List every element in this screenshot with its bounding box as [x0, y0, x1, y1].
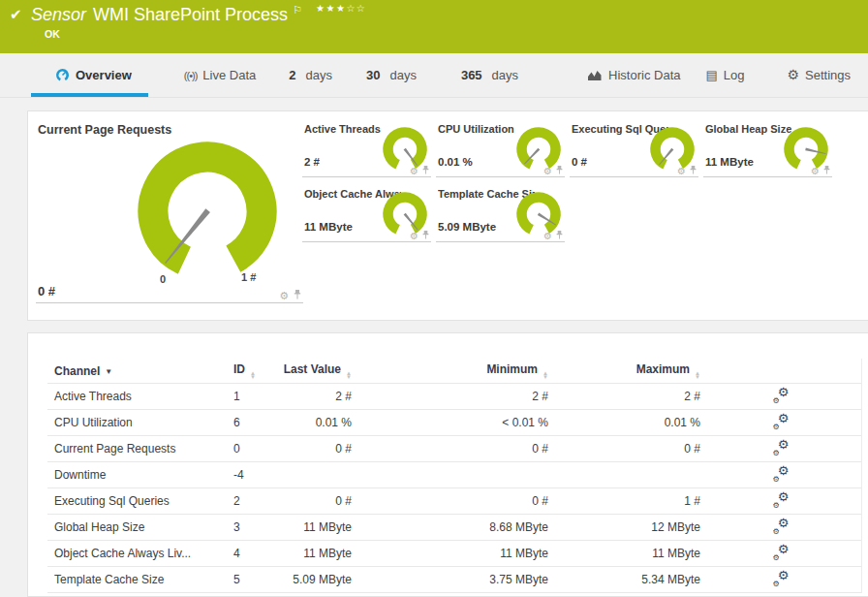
header-maximum[interactable]: Maximum▲▼ [548, 362, 700, 380]
cell-minimum: 0 # [352, 494, 548, 508]
pin-icon[interactable] [555, 231, 564, 240]
channel-settings-gears-icon[interactable]: ⚙⚙ [773, 466, 790, 481]
cell-id: 0 [233, 442, 277, 456]
priority-stars[interactable]: ★★★☆☆ [316, 3, 366, 14]
tab-2-days[interactable]: 2 days [279, 68, 346, 97]
gauge-settings-gear-icon[interactable]: ⚙ [279, 291, 289, 300]
cell-maximum: 0.01 % [548, 416, 700, 429]
mini-gauge-title: CPU Utilization [438, 123, 514, 135]
mini-gauge-value: 5.09 MByte [438, 221, 496, 233]
table-row: Downtime -4 ⚙⚙ [47, 462, 861, 488]
cell-minimum: 0 # [352, 442, 548, 456]
header-channel[interactable]: Channel▼ [47, 364, 233, 378]
pin-icon[interactable] [293, 290, 302, 300]
tab-365-days-label: days [492, 68, 518, 82]
cell-channel[interactable]: Global Heap Size [47, 520, 233, 534]
gauge-settings-gear-icon[interactable]: ⚙ [677, 167, 686, 175]
sort-both-icon: ▲▼ [695, 371, 700, 380]
cell-minimum: < 0.01 % [352, 416, 548, 429]
mini-gauge-executing-sql-queries: Executing Sql Queries 0 # ⚙ [570, 121, 698, 177]
channel-settings-gears-icon[interactable]: ⚙⚙ [773, 414, 790, 428]
mini-gauge-template-cache-size: Template Cache Size 5.09 MByte ⚙ [436, 186, 565, 242]
mini-gauge-value: 0.01 % [438, 156, 473, 168]
cell-channel[interactable]: Executing Sql Queries [47, 494, 233, 508]
channel-settings-gears-icon[interactable]: ⚙⚙ [773, 388, 790, 402]
gauge-settings-gear-icon[interactable]: ⚙ [811, 167, 820, 175]
header-id[interactable]: ID▲▼ [233, 362, 277, 380]
page-title: WMI SharePoint Process [93, 5, 288, 24]
cell-maximum: 12 MByte [548, 520, 700, 534]
tab-live-data[interactable]: ((•)) Live Data [174, 68, 269, 97]
cell-id: 3 [233, 520, 277, 534]
tab-bar: Overview ((•)) Live Data 2 days 30 days … [0, 53, 868, 98]
tab-log-label: Log [724, 68, 745, 82]
gauge-settings-gear-icon[interactable]: ⚙ [543, 232, 552, 240]
header-channel-label: Channel [54, 364, 100, 378]
mini-gauge-value: 11 MByte [304, 221, 353, 233]
gauges-panel: Current Page Requests 0 1 # 0 # ⚙ Active… [27, 110, 868, 321]
cell-maximum: 2 # [548, 390, 700, 403]
cell-maximum: 5.34 MByte [548, 573, 700, 586]
tab-historic-data-label: Historic Data [608, 68, 680, 82]
gauge-settings-gear-icon[interactable]: ⚙ [543, 167, 552, 175]
sort-both-icon: ▲▼ [250, 371, 256, 380]
cell-id: -4 [233, 468, 277, 482]
stars-empty: ☆☆ [346, 3, 366, 14]
area-chart-icon [588, 69, 603, 81]
pin-icon[interactable] [421, 231, 430, 240]
cell-channel[interactable]: CPU Utilization [47, 416, 233, 429]
mini-gauge-cpu-utilization: CPU Utilization 0.01 % ⚙ [436, 121, 565, 177]
tab-365-days[interactable]: 365 days [451, 68, 532, 97]
table-row: Active Threads 1 2 # 2 # 2 # ⚙⚙ [47, 384, 861, 410]
cell-minimum: 3.75 MByte [352, 573, 548, 586]
cell-channel[interactable]: Template Cache Size [47, 573, 233, 586]
header-id-label: ID [233, 362, 245, 376]
tab-30-days-label: days [389, 68, 416, 82]
header-last-value-label: Last Value [284, 362, 341, 376]
pin-icon[interactable] [555, 166, 564, 175]
channel-settings-gears-icon[interactable]: ⚙⚙ [773, 440, 790, 455]
flag-icon[interactable]: ⚐ [293, 4, 302, 16]
log-list-icon: ▤ [706, 68, 718, 82]
tab-historic-data[interactable]: Historic Data [578, 68, 694, 97]
pin-icon[interactable] [822, 166, 831, 175]
channel-settings-gears-icon[interactable]: ⚙⚙ [773, 571, 790, 585]
channel-settings-gears-icon[interactable]: ⚙⚙ [773, 545, 790, 559]
primary-gauge[interactable] [125, 129, 290, 294]
cell-last-value: 0 # [277, 494, 352, 508]
pin-icon[interactable] [421, 166, 430, 175]
cell-minimum: 11 MByte [352, 547, 548, 560]
tab-overview-label: Overview [76, 68, 132, 82]
cell-last-value: 0.01 % [277, 416, 352, 429]
mini-gauge-title: Global Heap Size [705, 123, 791, 135]
header-minimum[interactable]: Minimum▲▼ [352, 362, 548, 380]
header-last-value[interactable]: Last Value▲▼ [277, 362, 352, 380]
cell-channel[interactable]: Downtime [47, 468, 233, 482]
cell-last-value: 2 # [277, 390, 352, 403]
tab-live-data-label: Live Data [202, 68, 256, 82]
tab-overview[interactable]: Overview [31, 68, 148, 97]
status-ok-check-icon: ✔ [10, 6, 22, 23]
channel-settings-gears-icon[interactable]: ⚙⚙ [773, 518, 790, 533]
pin-icon[interactable] [689, 166, 698, 175]
tab-2-days-label: days [306, 68, 332, 82]
tab-30-days[interactable]: 30 days [356, 68, 430, 97]
primary-gauge-tile: Current Page Requests 0 1 # 0 # ⚙ [36, 121, 303, 303]
mini-gauge-object-cache: Object Cache Always L... 11 MByte ⚙ [302, 186, 431, 242]
stars-filled: ★★★ [316, 3, 346, 14]
mini-gauge-active-threads: Active Threads 2 # ⚙ [302, 121, 431, 177]
cell-id: 6 [233, 416, 277, 429]
cell-channel[interactable]: Current Page Requests [47, 442, 233, 456]
channel-settings-gears-icon[interactable]: ⚙⚙ [773, 492, 790, 507]
cell-channel[interactable]: Active Threads [47, 390, 233, 403]
cell-id: 5 [233, 573, 277, 586]
cell-channel[interactable]: Object Cache Always Liv... [47, 547, 233, 560]
header-maximum-label: Maximum [636, 362, 690, 376]
tab-settings[interactable]: ⚙ Settings [778, 67, 865, 97]
mini-gauge-value: 11 MByte [705, 156, 754, 168]
gauge-settings-gear-icon[interactable]: ⚙ [410, 167, 418, 175]
channel-table-panel: Channel▼ ID▲▼ Last Value▲▼ Minimum▲▼ Max… [27, 332, 868, 597]
tab-log[interactable]: ▤ Log [697, 68, 759, 97]
cell-id: 2 [233, 494, 277, 508]
gauge-settings-gear-icon[interactable]: ⚙ [410, 232, 418, 240]
